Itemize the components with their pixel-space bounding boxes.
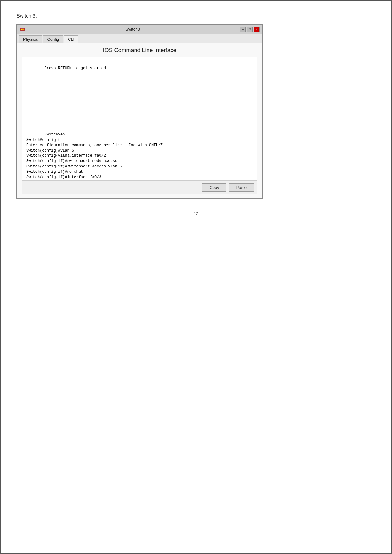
terminal-spacer bbox=[26, 76, 253, 127]
tab-physical[interactable]: Physical bbox=[19, 35, 42, 43]
svg-rect-3 bbox=[22, 29, 24, 30]
tab-cli[interactable]: CLI bbox=[64, 35, 78, 43]
tab-config[interactable]: Config bbox=[43, 35, 63, 43]
terminal-commands: Switch>en Switch#config t Enter configur… bbox=[26, 132, 165, 180]
svg-point-1 bbox=[21, 29, 21, 29]
content-area: IOS Command Line Interface Press RETURN … bbox=[17, 43, 262, 198]
maximize-button[interactable]: □ bbox=[247, 27, 253, 32]
window-controls: – □ × bbox=[240, 27, 260, 32]
svg-point-2 bbox=[21, 29, 22, 29]
terminal[interactable]: Press RETURN to get started. Switch>en S… bbox=[22, 57, 257, 180]
page-number: 12 bbox=[16, 211, 376, 216]
section-title: IOS Command Line Interface bbox=[22, 47, 257, 54]
minimize-button[interactable]: – bbox=[240, 27, 246, 32]
tab-bar: Physical Config CLI bbox=[17, 34, 262, 43]
title-bar: Switch3 – □ × bbox=[17, 25, 262, 34]
copy-button[interactable]: Copy bbox=[202, 183, 226, 192]
button-row: Copy Paste bbox=[22, 181, 257, 194]
window-icon bbox=[20, 27, 25, 32]
simulator-window: Switch3 – □ × Physical Config CLI IOS Co… bbox=[16, 24, 263, 199]
terminal-wrapper: Press RETURN to get started. Switch>en S… bbox=[22, 57, 257, 181]
close-button[interactable]: × bbox=[254, 27, 260, 32]
page-label: Switch 3, bbox=[16, 13, 376, 19]
terminal-initial-text: Press RETURN to get started. bbox=[45, 66, 108, 70]
paste-button[interactable]: Paste bbox=[229, 183, 254, 192]
window-title: Switch3 bbox=[25, 27, 240, 32]
